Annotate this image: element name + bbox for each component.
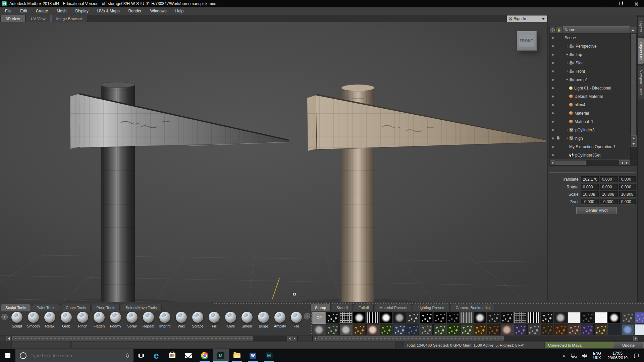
stamp-thumbnail[interactable] bbox=[500, 312, 513, 323]
tree-item-scene[interactable]: -Scene bbox=[550, 34, 631, 42]
tool-tab-curve-tools[interactable]: Curve Tools bbox=[61, 304, 91, 311]
visibility-dot[interactable] bbox=[550, 37, 555, 39]
tool-fill[interactable]: Fill bbox=[206, 312, 222, 328]
tool-tray-collapse-button[interactable] bbox=[1, 314, 8, 320]
stamp-thumbnail[interactable] bbox=[460, 324, 473, 336]
stamp-thumbnail[interactable] bbox=[568, 312, 580, 323]
tree-expander[interactable]: + bbox=[565, 136, 569, 140]
volume-icon[interactable] bbox=[582, 354, 587, 358]
tree-item-high[interactable]: +high bbox=[550, 134, 631, 142]
microphone-icon[interactable] bbox=[125, 353, 129, 358]
menu-create[interactable]: Create bbox=[32, 7, 52, 15]
stamp-scroll-left-button[interactable] bbox=[313, 336, 318, 341]
tool-pinch[interactable]: Pinch bbox=[74, 312, 91, 328]
stamp-thumbnail[interactable] bbox=[326, 324, 339, 336]
tab-image-browser[interactable]: Image Browser bbox=[51, 15, 87, 22]
menu-display[interactable]: Display bbox=[71, 7, 93, 15]
stamp-thumbnail[interactable] bbox=[487, 324, 500, 336]
edge-taskbar-icon[interactable] bbox=[148, 349, 164, 362]
stamp-scrollbar-thumb[interactable] bbox=[318, 336, 504, 341]
name-column-header[interactable]: Name bbox=[562, 26, 630, 34]
visibility-dot[interactable] bbox=[550, 121, 555, 123]
stamp-scroll-right-button[interactable] bbox=[633, 336, 638, 341]
center-pivot-button[interactable]: Center Pivot bbox=[576, 207, 617, 214]
stamp-thumbnail[interactable] bbox=[594, 324, 607, 336]
tool-wax[interactable]: Wax bbox=[173, 312, 190, 328]
tree-horizontal-scroll-thumb[interactable] bbox=[555, 161, 586, 165]
visibility-dot[interactable] bbox=[550, 96, 555, 98]
tool-tab-pose-tools[interactable]: Pose Tools bbox=[92, 304, 120, 311]
tree-expander[interactable]: + bbox=[565, 69, 569, 73]
tool-flatten[interactable]: Flatten bbox=[91, 312, 107, 328]
visibility-dot[interactable] bbox=[550, 137, 555, 139]
menu-mesh[interactable]: Mesh bbox=[52, 7, 71, 15]
tool-grab[interactable]: Grab bbox=[58, 312, 74, 328]
stamp-thumbnail[interactable] bbox=[541, 312, 553, 323]
action-center-icon[interactable] bbox=[634, 353, 639, 358]
stamp-thumbnail[interactable] bbox=[474, 324, 486, 336]
pivot-x-field[interactable]: -0.000 bbox=[581, 199, 599, 205]
update-button[interactable]: Update bbox=[613, 342, 644, 348]
tray-tab-material-presets[interactable]: Material Presets bbox=[375, 304, 412, 311]
sign-in-dropdown[interactable]: Sign In bbox=[507, 15, 547, 22]
stamp-thumbnail[interactable] bbox=[460, 312, 473, 323]
stamp-thumbnail[interactable] bbox=[594, 312, 607, 323]
start-button[interactable] bbox=[0, 349, 15, 362]
stamp-thumbnail[interactable] bbox=[554, 312, 567, 323]
translate-x-field[interactable]: 262.170 bbox=[581, 176, 599, 182]
tree-scroll-left-button2[interactable] bbox=[619, 160, 625, 165]
hidden-icons-chevron[interactable]: ∧ bbox=[562, 354, 565, 358]
visibility-dot[interactable] bbox=[550, 54, 555, 56]
tool-smear[interactable]: Smear bbox=[239, 312, 255, 328]
stamp-thumbnail[interactable] bbox=[621, 324, 634, 336]
menu-render[interactable]: Render bbox=[124, 7, 146, 15]
chrome-taskbar-icon[interactable] bbox=[197, 349, 213, 362]
tool-tab-select-move-tools[interactable]: Select/Move Tools bbox=[121, 304, 161, 311]
tree-item-perspective[interactable]: +Perspective bbox=[550, 42, 631, 50]
pivot-z-field[interactable]: 0.000 bbox=[619, 199, 636, 205]
view-cube[interactable]: FRONT bbox=[517, 31, 537, 51]
stamp-thumbnail[interactable] bbox=[353, 312, 366, 323]
mail-taskbar-icon[interactable] bbox=[180, 349, 197, 362]
tool-scroll-left-button[interactable] bbox=[6, 336, 11, 341]
tool-relax[interactable]: Relax bbox=[42, 312, 58, 328]
word-taskbar-icon[interactable] bbox=[245, 349, 261, 362]
tool-tray-expand-button[interactable] bbox=[304, 313, 310, 319]
side-tab-layers[interactable]: Layers bbox=[638, 16, 644, 36]
minimize-button[interactable] bbox=[598, 0, 613, 7]
tool-fre[interactable]: Fre bbox=[288, 312, 305, 328]
rotate-x-field[interactable]: 0.000 bbox=[581, 184, 599, 190]
tree-scroll-left-button[interactable] bbox=[550, 160, 555, 165]
stamp-thumbnail[interactable] bbox=[420, 312, 433, 323]
stamp-thumbnail[interactable] bbox=[514, 324, 527, 336]
tray-tab-camera-bookmarks[interactable]: Camera Bookmarks bbox=[451, 304, 494, 311]
tool-tab-sculpt-tools[interactable]: Sculpt Tools bbox=[1, 304, 31, 311]
pivot-y-field[interactable]: -0.000 bbox=[600, 199, 618, 205]
stamp-thumbnail[interactable] bbox=[366, 312, 379, 323]
side-tab-viewport-filters[interactable]: Viewport Filters bbox=[638, 66, 644, 100]
network-icon[interactable] bbox=[571, 354, 577, 358]
language-indicator[interactable]: ENGUKX bbox=[593, 351, 601, 360]
stamp-thumbnail[interactable] bbox=[500, 324, 513, 336]
mudbox-taskbar-icon[interactable] bbox=[213, 349, 229, 362]
stamp-thumbnail[interactable] bbox=[407, 324, 419, 336]
stamp-off-button[interactable]: Off bbox=[313, 312, 325, 323]
tree-expander[interactable]: - bbox=[560, 36, 565, 40]
task-view-button[interactable] bbox=[133, 349, 148, 362]
tool-spray[interactable]: Spray bbox=[124, 312, 140, 328]
visibility-column-header[interactable] bbox=[549, 26, 556, 34]
rotate-y-field[interactable]: 0.000 bbox=[600, 184, 618, 190]
tree-expander[interactable]: + bbox=[565, 53, 569, 56]
stamp-thumbnail[interactable] bbox=[433, 324, 446, 336]
stamp-thumbnail[interactable] bbox=[447, 324, 460, 336]
stamp-thumbnail[interactable] bbox=[380, 312, 392, 323]
stamp-thumbnail[interactable] bbox=[621, 312, 634, 323]
tree-expander[interactable]: + bbox=[565, 61, 569, 65]
menu-file[interactable]: File bbox=[1, 7, 16, 15]
stamp-thumbnail[interactable] bbox=[608, 324, 621, 336]
stamp-thumbnail[interactable] bbox=[568, 324, 580, 336]
tool-foamy[interactable]: Foamy bbox=[107, 312, 124, 328]
tree-expander[interactable]: + bbox=[565, 128, 569, 132]
tree-scroll-up-button[interactable] bbox=[631, 135, 637, 141]
stamp-thumbnail[interactable] bbox=[487, 312, 500, 323]
